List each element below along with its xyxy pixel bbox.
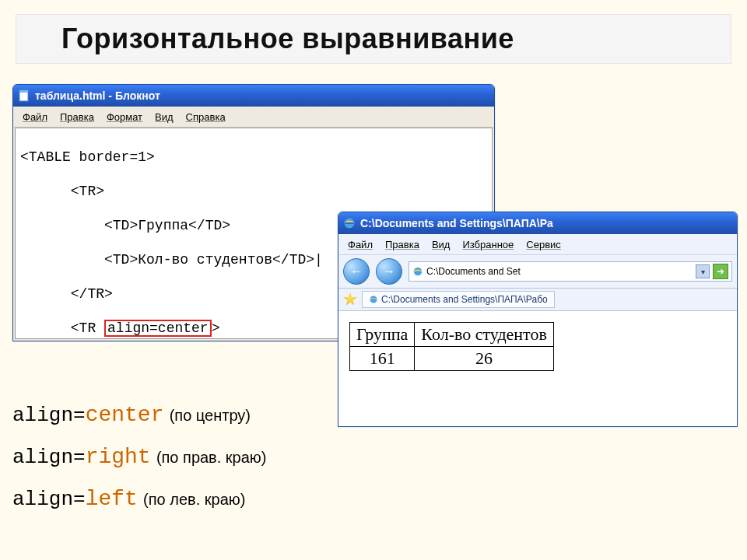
menu-edit[interactable]: Правка — [55, 110, 99, 124]
code-line: <TR> — [20, 183, 487, 200]
back-button[interactable]: ← — [343, 258, 370, 285]
ie-menu-tools[interactable]: Сервис — [521, 237, 566, 252]
ie-content: Группа Кол-во студентов 161 26 — [338, 311, 737, 426]
legend-val: right — [86, 445, 151, 469]
code-line: <TABLE border=1> — [20, 149, 487, 166]
svg-point-5 — [370, 296, 377, 303]
legend-item: align=right (по прав. краю) — [12, 436, 267, 478]
ie-tabbar: C:\Documents and Settings\ПАПА\Рабо — [338, 289, 737, 311]
slide-heading-text: Горизонтальное выравнивание — [61, 23, 514, 55]
align-legend: align=center (по центру) align=right (по… — [12, 394, 267, 520]
tab-label: C:\Documents and Settings\ПАПА\Рабо — [381, 294, 548, 305]
table-row: Группа Кол-во студентов — [350, 323, 554, 347]
ie-toolbar: ← → C:\Documents and Set ▾ ➜ — [338, 255, 737, 289]
ie-menu-view[interactable]: Вид — [427, 237, 455, 252]
code-fragment: > — [212, 320, 220, 336]
legend-attr: align= — [12, 446, 86, 469]
chevron-down-icon: ▾ — [701, 268, 705, 276]
menu-help[interactable]: Справка — [181, 110, 230, 124]
address-text: C:\Documents and Set — [426, 266, 693, 277]
notepad-titlebar[interactable]: таблица.html - Блокнот — [13, 85, 494, 107]
ie-menu-edit[interactable]: Правка — [381, 237, 424, 252]
page-icon — [412, 266, 423, 277]
legend-val: left — [86, 487, 138, 511]
highlight-align-center: align=center — [104, 320, 212, 337]
slide-heading: Горизонтальное выравнивание — [16, 14, 731, 64]
page-icon — [369, 295, 378, 304]
menu-file[interactable]: Файл — [18, 110, 52, 124]
ie-window: C:\Documents and Settings\ПАПА\Ра Файл П… — [338, 212, 738, 427]
ie-menu-favorites[interactable]: Избранное — [458, 237, 518, 252]
ie-title-text: C:\Documents and Settings\ПАПА\Ра — [360, 217, 553, 229]
table-cell: 161 — [350, 347, 415, 371]
address-bar[interactable]: C:\Documents and Set ▾ ➜ — [409, 261, 732, 282]
notepad-menubar[interactable]: Файл Правка Формат Вид Справка — [13, 107, 494, 128]
table-header-cell: Группа — [350, 323, 415, 347]
arrow-right-icon: → — [383, 264, 395, 278]
table-cell: 26 — [415, 347, 553, 371]
legend-attr: align= — [12, 488, 86, 511]
legend-attr: align= — [12, 404, 86, 427]
ie-menubar[interactable]: Файл Правка Вид Избранное Сервис — [338, 234, 737, 255]
ie-icon — [343, 217, 356, 229]
table-header-cell: Кол-во студентов — [415, 323, 553, 347]
code-fragment: <TR — [20, 320, 104, 336]
notepad-title-text: таблица.html - Блокнот — [35, 89, 160, 102]
menu-format[interactable]: Формат — [102, 110, 147, 124]
legend-item: align=left (по лев. краю) — [12, 478, 267, 520]
legend-item: align=center (по центру) — [12, 394, 267, 436]
go-button[interactable]: ➜ — [713, 264, 728, 279]
notepad-icon — [18, 89, 30, 102]
table-row: 161 26 — [350, 347, 554, 371]
legend-desc: (по прав. краю) — [156, 449, 267, 466]
address-dropdown-button[interactable]: ▾ — [696, 264, 710, 278]
svg-point-4 — [414, 268, 423, 276]
ie-tab[interactable]: C:\Documents and Settings\ПАПА\Рабо — [362, 291, 555, 308]
favorites-star-icon[interactable] — [343, 292, 357, 306]
legend-desc: (по лев. краю) — [143, 491, 245, 508]
arrow-left-icon: ← — [350, 264, 363, 278]
svg-rect-1 — [19, 90, 28, 93]
forward-button[interactable]: → — [376, 258, 402, 285]
arrow-right-icon: ➜ — [717, 266, 724, 277]
legend-val: center — [86, 403, 164, 427]
ie-titlebar[interactable]: C:\Documents and Settings\ПАПА\Ра — [338, 212, 737, 234]
menu-view[interactable]: Вид — [150, 110, 178, 124]
svg-rect-3 — [345, 222, 354, 224]
demo-table: Группа Кол-во студентов 161 26 — [349, 322, 554, 371]
legend-desc: (по центру) — [170, 407, 251, 424]
ie-menu-file[interactable]: Файл — [343, 237, 377, 252]
